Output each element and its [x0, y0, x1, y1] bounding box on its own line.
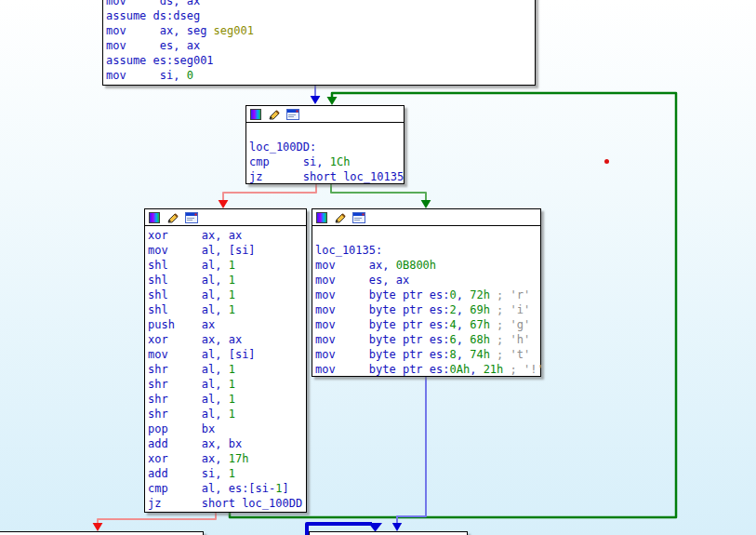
edge-taken-loc10135-arrow — [421, 200, 431, 208]
asm-line[interactable]: shl al, 1 — [148, 258, 306, 273]
asm-line[interactable]: jz short loc_100DD — [148, 496, 306, 511]
node-toolbar — [145, 209, 306, 226]
asm-line[interactable]: xor ax, ax — [148, 228, 306, 243]
group-node-icon[interactable] — [286, 109, 299, 120]
asm-line[interactable]: xor ax, ax — [148, 332, 306, 347]
asm-line[interactable]: mov si, 0 — [106, 68, 535, 83]
basic-block-bottom-left[interactable] — [0, 531, 204, 535]
node-toolbar — [246, 106, 404, 123]
asm-line[interactable]: mov byte ptr es:0, 72h ; 'r' — [315, 288, 540, 302]
asm-line[interactable]: mov byte ptr es:0Ah, 21h ; '!' — [315, 362, 540, 377]
node-color-icon[interactable] — [316, 212, 327, 223]
asm-line[interactable]: shl al, 1 — [148, 288, 306, 302]
asm-line[interactable]: mov es, ax — [315, 273, 540, 288]
asm-line[interactable]: mov al, [si] — [148, 347, 306, 362]
asm-line[interactable] — [315, 228, 540, 243]
basic-block-loc-100dd[interactable]: loc_100DD:cmp si, 1Chjz short loc_10135 — [245, 105, 405, 184]
asm-line[interactable]: assume es:seg001 — [106, 53, 535, 68]
asm-line[interactable]: loc_10135: — [315, 243, 540, 258]
asm-line[interactable]: cmp si, 1Ch — [249, 154, 404, 169]
asm-line[interactable]: mov byte ptr es:4, 67h ; 'g' — [315, 317, 540, 332]
asm-line[interactable]: mov byte ptr es:8, 74h ; 't' — [315, 347, 540, 362]
edit-node-icon[interactable] — [268, 109, 280, 120]
asm-line[interactable]: xor ax, 17h — [148, 451, 306, 466]
asm-line[interactable]: shr al, 1 — [148, 407, 306, 421]
edge-taken-loc10135 — [331, 184, 426, 201]
asm-line[interactable]: shr al, 1 — [148, 392, 306, 407]
asm-line[interactable]: shl al, 1 — [148, 302, 306, 317]
asm-line[interactable]: shr al, 1 — [148, 362, 306, 377]
asm-line[interactable]: assume ds:dseg — [106, 8, 535, 23]
block-code: loc_100DD:cmp si, 1Chjz short loc_10135 — [246, 123, 404, 184]
asm-line[interactable]: mov ds, ax — [106, 0, 535, 8]
basic-block-loc-10135[interactable]: loc_10135:mov ax, 0B800hmov es, axmov by… — [312, 208, 541, 377]
asm-line[interactable] — [249, 125, 404, 140]
asm-line[interactable]: jz short loc_10135 — [249, 169, 404, 184]
edge-flow-loc10135-arrow — [392, 523, 402, 531]
asm-line[interactable]: mov ax, seg seg001 — [106, 23, 535, 38]
asm-line[interactable]: mov byte ptr es:6, 68h ; 'h' — [315, 332, 540, 347]
edge-not-taken-exit — [98, 513, 216, 524]
graph-view[interactable]: mov ds, axassume ds:dsegmov ax, seg seg0… — [0, 0, 756, 535]
block-code: loc_10135:mov ax, 0B800hmov es, axmov by… — [312, 226, 540, 377]
basic-block-entry[interactable]: mov ds, axassume ds:dsegmov ax, seg seg0… — [102, 0, 536, 86]
red-marker-dot — [604, 159, 609, 164]
group-node-icon[interactable] — [352, 212, 365, 223]
asm-line[interactable]: add si, 1 — [148, 466, 306, 481]
asm-line[interactable]: add ax, bx — [148, 436, 306, 451]
group-node-icon[interactable] — [185, 212, 198, 223]
edge-not-taken-loc100dd-arrow — [219, 200, 229, 208]
basic-block-bottom-middle[interactable] — [309, 531, 468, 535]
asm-line[interactable]: shl al, 1 — [148, 273, 306, 288]
asm-line[interactable]: cmp al, es:[si-1] — [148, 481, 306, 496]
asm-line[interactable]: mov byte ptr es:2, 69h ; 'i' — [315, 302, 540, 317]
asm-line[interactable]: loc_100DD: — [249, 140, 404, 154]
basic-block-decode-loop[interactable]: xor ax, axmov al, [si]shl al, 1shl al, 1… — [144, 208, 307, 513]
node-toolbar — [312, 209, 540, 226]
edge-not-taken-loc100dd — [223, 184, 316, 201]
asm-line[interactable]: mov es, ax — [106, 38, 535, 53]
block-code: mov ds, axassume ds:dsegmov ax, seg seg0… — [103, 0, 535, 83]
asm-line[interactable]: pop bx — [148, 421, 306, 436]
asm-line[interactable]: mov ax, 0B800h — [315, 258, 540, 273]
edit-node-icon[interactable] — [166, 212, 179, 223]
asm-line[interactable]: mov al, [si] — [148, 243, 306, 258]
node-color-icon[interactable] — [250, 109, 261, 120]
asm-line[interactable]: push ax — [148, 317, 306, 332]
edge-not-taken-exit-arrow — [93, 523, 103, 531]
block-code: xor ax, axmov al, [si]shl al, 1shl al, 1… — [145, 226, 306, 511]
asm-line[interactable]: shr al, 1 — [148, 377, 306, 392]
edit-node-icon[interactable] — [334, 212, 346, 223]
edge-flow-loc10135 — [397, 377, 426, 524]
node-color-icon[interactable] — [149, 212, 160, 223]
edge-loop-back-taken-arrow — [327, 97, 338, 105]
edge-entry-flow-arrow — [311, 96, 321, 104]
